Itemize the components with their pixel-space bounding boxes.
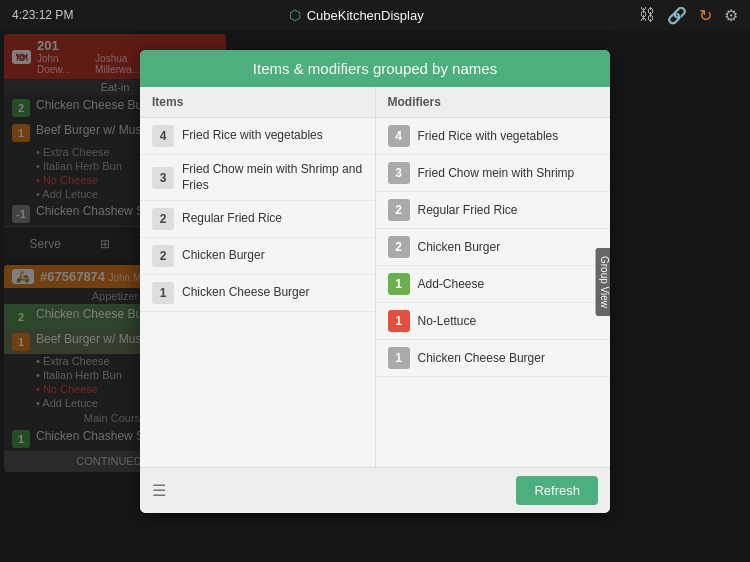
mod-name-2: Regular Fried Rice [418,203,518,217]
gear-icon[interactable]: ⚙ [724,6,738,25]
modal-item-row-3: 2 Chicken Burger [140,238,375,275]
modifiers-col-header: Modifiers [376,87,611,118]
modal-item-row-4: 1 Chicken Cheese Burger [140,275,375,312]
modal-title: Items & modifiers grouped by names [253,60,497,77]
mod-name-5: No-Lettuce [418,314,477,328]
group-view-tab[interactable]: Group View [595,247,610,315]
app-title-area: ⬡ CubeKitchenDisplay [289,7,424,23]
modal-footer: ☰ Refresh [140,467,610,513]
mod-row-0: 4 Fried Rice with vegetables [376,118,611,155]
app-icon: ⬡ [289,7,301,23]
mod-row-2: 2 Regular Fried Rice [376,192,611,229]
mod-name-4: Add-Cheese [418,277,485,291]
modal-item-name-2: Regular Fried Rice [182,211,282,227]
mod-qty-0: 4 [388,125,410,147]
mod-row-1: 3 Fried Chow mein with Shrimp [376,155,611,192]
mod-name-6: Chicken Cheese Burger [418,351,545,365]
modal-body: Items 4 Fried Rice with vegetables 3 Fri… [140,87,610,467]
modal-item-name-0: Fried Rice with vegetables [182,128,323,144]
mod-row-3: 2 Chicken Burger [376,229,611,266]
link-icon[interactable]: ⛓ [639,6,655,24]
modal-item-name-1: Fried Chow mein with Shrimp and Fries [182,162,363,193]
modal-header: Items & modifiers grouped by names [140,50,610,87]
modal-item-row-2: 2 Regular Fried Rice [140,201,375,238]
mod-qty-4: 1 [388,273,410,295]
items-col-header: Items [140,87,375,118]
items-column: Items 4 Fried Rice with vegetables 3 Fri… [140,87,376,467]
top-bar: 4:23:12 PM ⬡ CubeKitchenDisplay ⛓ 🔗 ↻ ⚙ [0,0,750,30]
menu-icon[interactable]: ☰ [152,481,166,500]
mod-qty-5: 1 [388,310,410,332]
mod-name-3: Chicken Burger [418,240,501,254]
mod-row-6: 1 Chicken Cheese Burger [376,340,611,377]
mod-row-4: 1 Add-Cheese [376,266,611,303]
mod-qty-6: 1 [388,347,410,369]
modal-item-qty-4: 1 [152,282,174,304]
time-display: 4:23:12 PM [12,8,73,22]
mod-qty-3: 2 [388,236,410,258]
modal-item-name-4: Chicken Cheese Burger [182,285,309,301]
link2-icon[interactable]: 🔗 [667,6,687,25]
modal-item-qty-2: 2 [152,208,174,230]
mod-qty-2: 2 [388,199,410,221]
modal-item-row-1: 3 Fried Chow mein with Shrimp and Fries [140,155,375,201]
modal-item-qty-0: 4 [152,125,174,147]
top-bar-icons: ⛓ 🔗 ↻ ⚙ [639,6,738,25]
modal-item-row-0: 4 Fried Rice with vegetables [140,118,375,155]
refresh-icon[interactable]: ↻ [699,6,712,25]
modifiers-column: Modifiers 4 Fried Rice with vegetables 3… [376,87,611,467]
mod-row-5: 1 No-Lettuce [376,303,611,340]
modal-item-qty-1: 3 [152,167,174,189]
modal-item-qty-3: 2 [152,245,174,267]
refresh-button[interactable]: Refresh [516,476,598,505]
app-title: CubeKitchenDisplay [307,8,424,23]
modal-item-name-3: Chicken Burger [182,248,265,264]
mod-name-0: Fried Rice with vegetables [418,129,559,143]
mod-name-1: Fried Chow mein with Shrimp [418,166,575,180]
modal-dialog: Items & modifiers grouped by names Items… [140,50,610,513]
modal-overlay: Items & modifiers grouped by names Items… [0,30,750,562]
mod-qty-1: 3 [388,162,410,184]
